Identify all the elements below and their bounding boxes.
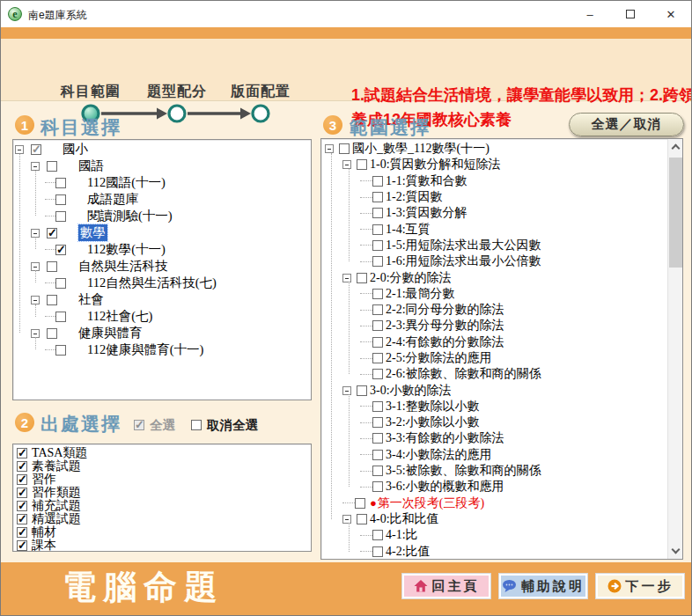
node-checkbox[interactable] xyxy=(55,245,66,255)
tree-node[interactable]: 數學 xyxy=(31,224,311,241)
node-label[interactable]: 國語 xyxy=(78,158,104,174)
node-label[interactable]: 3-5:被除數、除數和商的關係 xyxy=(386,463,541,479)
node-checkbox[interactable] xyxy=(372,224,383,235)
tree-node[interactable]: 3-4:小數除法的應用 xyxy=(360,447,682,463)
tree-node[interactable]: 112數學(十一) xyxy=(45,241,311,258)
help-button[interactable]: 輔助說明 xyxy=(499,574,587,598)
maximize-button[interactable] xyxy=(610,1,651,27)
tree-node[interactable]: 4-0:比和比值 xyxy=(342,511,682,527)
node-checkbox[interactable] xyxy=(55,312,66,322)
node-checkbox[interactable] xyxy=(47,228,57,238)
node-checkbox[interactable] xyxy=(47,295,57,305)
node-label[interactable]: 3-2:小數除以小數 xyxy=(386,414,480,430)
node-label[interactable]: 數學 xyxy=(78,224,107,241)
scroll-up-icon[interactable] xyxy=(672,144,681,153)
node-label[interactable]: 自然與生活科技 xyxy=(78,258,168,275)
tree-node[interactable]: 112健康與體育(十一) xyxy=(45,341,311,358)
tree-node[interactable]: 成語題庫 xyxy=(45,191,311,208)
node-label[interactable]: 國小 xyxy=(63,141,88,158)
home-button[interactable]: 回主頁 xyxy=(402,574,490,598)
scroll-down-icon[interactable] xyxy=(672,546,681,554)
node-label[interactable]: 2-2:同分母分數的除法 xyxy=(386,302,504,318)
node-checkbox[interactable] xyxy=(372,546,383,557)
tree-node[interactable]: 國語 xyxy=(31,158,311,174)
node-label[interactable]: 閱讀測驗(十一) xyxy=(87,208,173,224)
node-checkbox[interactable] xyxy=(47,161,57,172)
collapse-icon[interactable] xyxy=(342,160,351,169)
node-checkbox[interactable] xyxy=(372,417,383,428)
node-checkbox[interactable] xyxy=(372,208,383,218)
node-label[interactable]: 1-1:質數和合數 xyxy=(386,173,467,189)
tree-node[interactable]: 健康與體育 xyxy=(31,325,311,341)
node-label[interactable]: 2-4:有餘數的分數除法 xyxy=(386,334,504,350)
item-checkbox[interactable] xyxy=(17,488,27,498)
item-checkbox[interactable] xyxy=(17,448,27,458)
tree-node[interactable]: 2-0:分數的除法 xyxy=(342,269,682,285)
collapse-icon[interactable] xyxy=(342,386,351,395)
item-checkbox[interactable] xyxy=(17,527,27,538)
node-checkbox[interactable] xyxy=(372,304,383,315)
tree-node[interactable]: 2-4:有餘數的分數除法 xyxy=(360,334,682,350)
node-label[interactable]: 1-6:用短除法求出最小公倍數 xyxy=(386,253,541,269)
node-label[interactable]: 112自然與生活科技(七) xyxy=(87,275,217,291)
tree-node[interactable]: 112社會(七) xyxy=(45,308,311,325)
node-label[interactable]: 4-1:比 xyxy=(386,527,418,543)
tree-node[interactable]: ●第一次段考(三段考) xyxy=(342,495,682,511)
node-label[interactable]: 社會 xyxy=(78,291,104,308)
node-checkbox[interactable] xyxy=(372,176,383,187)
next-step-button[interactable]: 下一步 xyxy=(596,574,684,598)
list-item[interactable]: 精選試題 xyxy=(13,512,311,525)
node-checkbox[interactable] xyxy=(357,385,367,396)
tree-node[interactable]: 1-6:用短除法求出最小公倍數 xyxy=(360,253,682,269)
tree-node[interactable]: 3-5:被除數、除數和商的關係 xyxy=(360,463,682,479)
tree-node[interactable]: 1-3:質因數分解 xyxy=(360,205,682,221)
node-label[interactable]: 3-0:小數的除法 xyxy=(370,383,452,399)
node-label[interactable]: 112數學(十一) xyxy=(87,241,166,258)
node-label[interactable]: 3-1:整數除以小數 xyxy=(386,399,480,414)
node-checkbox[interactable] xyxy=(47,328,57,339)
node-label[interactable]: 112社會(七) xyxy=(87,308,152,325)
node-checkbox[interactable] xyxy=(372,289,383,299)
collapse-icon[interactable] xyxy=(15,145,24,154)
node-checkbox[interactable] xyxy=(55,278,66,289)
tree-node[interactable]: 閱讀測驗(十一) xyxy=(45,208,311,224)
tree-node[interactable]: 3-0:小數的除法 xyxy=(342,382,682,398)
node-label[interactable]: 1-5:用短除法求出最大公因數 xyxy=(386,238,541,253)
node-label[interactable]: 2-6:被除數、除數和商的關係 xyxy=(386,366,541,382)
node-label[interactable]: 3-6:小數的概數和應用 xyxy=(386,479,504,495)
node-label[interactable]: 成語題庫 xyxy=(87,191,138,208)
scrollbar-thumb[interactable] xyxy=(669,158,682,268)
node-label[interactable]: 1-4:互質 xyxy=(386,222,431,238)
node-label[interactable]: 1-0:質因數分解和短除法 xyxy=(370,157,501,172)
tree-node[interactable]: 1-2:質因數 xyxy=(360,189,682,205)
tree-node[interactable]: 1-5:用短除法求出最大公因數 xyxy=(360,238,682,253)
tree-node[interactable]: 2-2:同分母分數的除法 xyxy=(360,302,682,318)
node-checkbox[interactable] xyxy=(372,481,383,492)
node-label[interactable]: 2-0:分數的除法 xyxy=(370,270,452,286)
select-all-toggle-button[interactable]: 全選／取消 xyxy=(569,113,684,136)
node-label[interactable]: 3-3:有餘數的小數除法 xyxy=(386,430,504,446)
node-label[interactable]: 112國語(十一) xyxy=(87,174,166,191)
node-label[interactable]: 1-2:質因數 xyxy=(386,189,443,205)
collapse-icon[interactable] xyxy=(31,229,40,238)
node-checkbox[interactable] xyxy=(372,240,383,251)
tree-node[interactable]: 自然與生活科技 xyxy=(31,258,311,275)
tree-node[interactable]: 3-2:小數除以小數 xyxy=(360,414,682,430)
node-checkbox[interactable] xyxy=(372,466,383,476)
deselect-all-checkbox[interactable] xyxy=(191,420,202,430)
collapse-icon[interactable] xyxy=(325,144,334,153)
list-item[interactable]: 素養試題 xyxy=(13,459,311,473)
range-scrollbar[interactable] xyxy=(667,139,682,559)
list-item[interactable]: 輔材 xyxy=(13,525,311,539)
collapse-icon[interactable] xyxy=(31,262,40,271)
tree-node[interactable]: 國小_數學_112數學(十一) xyxy=(325,141,682,157)
node-checkbox[interactable] xyxy=(372,450,383,460)
node-checkbox[interactable] xyxy=(357,159,367,170)
tree-node[interactable]: 1-0:質因數分解和短除法 xyxy=(342,157,682,172)
node-label[interactable]: 健康與體育 xyxy=(78,325,143,341)
node-label[interactable]: 112健康與體育(十一) xyxy=(87,341,203,358)
collapse-icon[interactable] xyxy=(31,162,40,171)
tree-node[interactable]: 2-6:被除數、除數和商的關係 xyxy=(360,366,682,382)
close-button[interactable]: ✕ xyxy=(651,1,691,27)
node-checkbox[interactable] xyxy=(55,194,66,205)
